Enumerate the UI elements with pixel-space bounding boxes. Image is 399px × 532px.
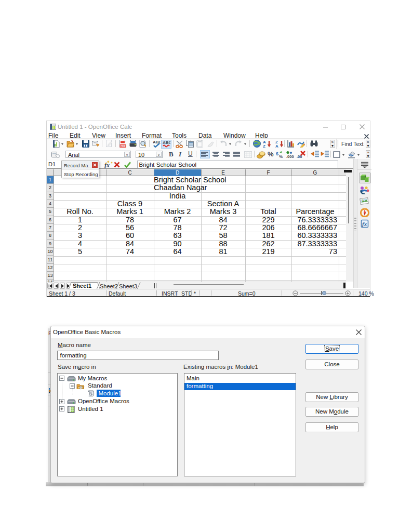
svg-text:fx: fx — [104, 162, 110, 168]
svg-text:%: % — [279, 154, 283, 158]
svg-text:A: A — [275, 144, 278, 148]
svg-text:ABC: ABC — [163, 140, 170, 145]
svg-text:Z: Z — [263, 144, 265, 148]
svg-text:.000: .000 — [286, 154, 294, 158]
svg-text:PDF: PDF — [121, 144, 126, 148]
svg-text:$: $ — [276, 151, 278, 156]
svg-text:fx: fx — [362, 221, 367, 227]
